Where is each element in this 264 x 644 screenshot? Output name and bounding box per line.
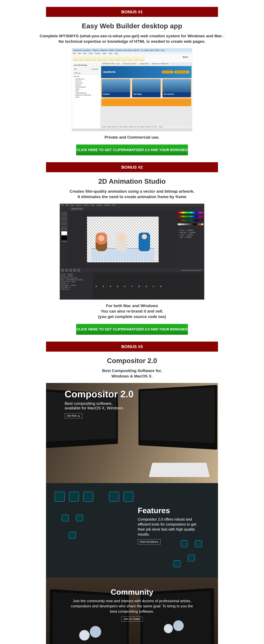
node-graphic xyxy=(188,554,195,562)
nvu-doc-tabs: SANDIEGO.COM - Local Seaworld Locations … xyxy=(101,62,192,66)
hero-sub-line: available for MacOS X, Windows. xyxy=(65,406,124,410)
cta-button-2[interactable]: CLICK HERE TO GET CLIPDRAMATIZER 2.0 AND… xyxy=(76,324,188,335)
play-status: Idle (Last rendering time 0.2… xyxy=(182,269,203,271)
community-join-button: Join Us Today! xyxy=(121,616,143,622)
prop-val: (-34.389389px,-107.69069… xyxy=(66,279,84,281)
bonus1-caption: Private and Commercial use. xyxy=(32,134,232,140)
nvu-titlebar: Seaworld Locations - Shamu, Dolphins, Ro… xyxy=(72,48,192,52)
bonus1-screenshot: Seaworld Locations - Shamu, Dolphins, Ro… xyxy=(72,48,192,131)
node-graphic xyxy=(83,492,93,502)
nvu-menubar: File Edit View Insert Format Table Tools… xyxy=(72,52,192,55)
nvu-card-label: San Antonio xyxy=(163,92,191,96)
hero-section-features: Features Compositor 2.0 offers robust an… xyxy=(46,483,218,578)
hero-heading: Compositor 2.0 xyxy=(65,389,134,400)
layer-row: Edit xyxy=(180,236,183,238)
node-graphic xyxy=(55,492,65,502)
bonus3-bar: BONUS #3 xyxy=(46,342,218,352)
node-graphic xyxy=(69,532,76,538)
nvu-tree-item: FAQs xyxy=(75,88,99,90)
nvu-tool-form xyxy=(127,56,133,61)
bonus2-caption: For both Mac and Windows You can also re… xyxy=(32,303,232,319)
nvu-toolbar: NVU xyxy=(72,55,192,62)
nvu-tool-print xyxy=(139,56,145,61)
anim-tracks xyxy=(93,272,204,300)
play-prev-icon xyxy=(65,269,68,272)
bonus2-title: 2D Animation Studio xyxy=(0,178,264,185)
nvu-menu-view: View xyxy=(83,52,87,54)
nvu-tree-root: _vti_cnf xyxy=(73,76,99,77)
anim-menu: File xyxy=(61,204,64,206)
community-heading: Community xyxy=(68,588,196,596)
nvu-tool-publish xyxy=(91,56,96,61)
nvu-tree-item: Files xyxy=(75,90,99,92)
monitor-graphic xyxy=(139,385,217,450)
bonus3-sub-line1: Best Compositing Software for, xyxy=(102,368,162,373)
layers-panel: Group 1.000000 table.png 0.000000 Group … xyxy=(177,228,204,268)
nvu-sidebar-title: Nvu Site Manager xyxy=(73,64,99,67)
hero-get-now-button: Get Now ▲ xyxy=(65,413,82,418)
nvu-tool-anchor xyxy=(103,56,108,61)
hero-sub: Best compositing software, available for… xyxy=(65,401,134,410)
nvu-sidebar-edit: Edit sites xyxy=(91,68,99,71)
anim-timeline: Z Depth · 0.000000 Amount · 1.000000 Ble… xyxy=(60,272,204,300)
anim-menu: Toolbox xyxy=(83,204,89,206)
bonus2-cap-l3: (you get complete source code too) xyxy=(98,314,166,319)
nvu-tree: exhibits.html fun.html index.html suppor… xyxy=(73,78,99,98)
anim-canvas xyxy=(87,216,159,262)
node-graphic xyxy=(69,492,79,502)
node-graphic xyxy=(62,514,69,522)
nvu-tool-open xyxy=(79,56,84,61)
nvu-tool-table xyxy=(121,56,126,61)
node-graphic xyxy=(109,492,119,502)
nvu-sidebar-filter: HTML do… xyxy=(73,72,99,75)
tool-icon xyxy=(61,216,67,220)
prop-name: Z Depth xyxy=(61,274,66,275)
keyframe-icon xyxy=(146,286,147,287)
cta-button-1[interactable]: CLICK HERE TO GET CLIPDRAMATIZER 2.0 AND… xyxy=(76,144,188,155)
prop-name: Amount xyxy=(61,275,65,277)
nvu-card-label: San Diego xyxy=(132,92,160,96)
keyframe-icon xyxy=(96,286,97,287)
nvu-main: SANDIEGO.COM - Local Seaworld Locations … xyxy=(101,62,192,128)
nvu-menu-edit: Edit xyxy=(78,52,81,54)
prop-val: rotate,… xyxy=(71,281,77,282)
canvas-character xyxy=(96,232,107,251)
prop-name: Children Lock xyxy=(61,288,69,290)
nvu-menu-help: Help xyxy=(114,52,118,54)
tool-icon xyxy=(61,236,67,240)
bonus2-cap-l1: For both Mac and Windows xyxy=(106,304,158,308)
color-palette xyxy=(177,211,204,228)
node-graphic xyxy=(174,560,180,567)
nvu-sidebar: Nvu Site Manager Info Edit sites HTML do… xyxy=(72,62,101,128)
anim-menu: Edit xyxy=(66,204,69,206)
anim-menu: Help xyxy=(112,204,115,206)
nvu-tool-spell xyxy=(133,56,139,61)
bonus1-bar: BONUS #1 xyxy=(46,7,218,17)
nvu-tool-link xyxy=(109,56,114,61)
bonus2-bar: BONUS #2 xyxy=(46,162,218,172)
prop-name: Origin xyxy=(61,279,64,281)
features-heading: Features xyxy=(138,506,201,515)
tool-icon xyxy=(61,226,67,230)
nvu-menu-format: Format xyxy=(95,52,100,54)
keyframe-icon xyxy=(131,286,133,287)
canvas-character xyxy=(139,232,150,251)
nvu-tool-browse xyxy=(97,56,102,61)
bonus1-sub-line1: Complete WYSIWYG (what-you-see-is-what-y… xyxy=(40,34,224,38)
prop-name: Canvas xyxy=(61,283,65,284)
nvu-tool-new xyxy=(73,56,78,61)
anim-properties: Z Depth · 0.000000 Amount · 1.000000 Ble… xyxy=(60,272,93,300)
tool-icon xyxy=(61,212,67,216)
anim-menu: Window xyxy=(104,204,110,206)
nvu-tree-item: fun.html xyxy=(75,80,99,82)
nvu-logo: NVU xyxy=(183,56,190,59)
nvu-banner-btn1: Buy Tickets xyxy=(162,71,173,74)
play-play-icon xyxy=(69,269,72,272)
nvu-banner-btn2: Book A Vacation! xyxy=(174,71,190,74)
layer-val: 1.000000 xyxy=(187,234,193,236)
keyframe-icon xyxy=(103,286,104,287)
play-first-icon xyxy=(61,269,64,272)
prop-val: Composite xyxy=(71,277,78,279)
keyframe-icon xyxy=(117,286,118,287)
play-next-icon xyxy=(73,269,76,272)
